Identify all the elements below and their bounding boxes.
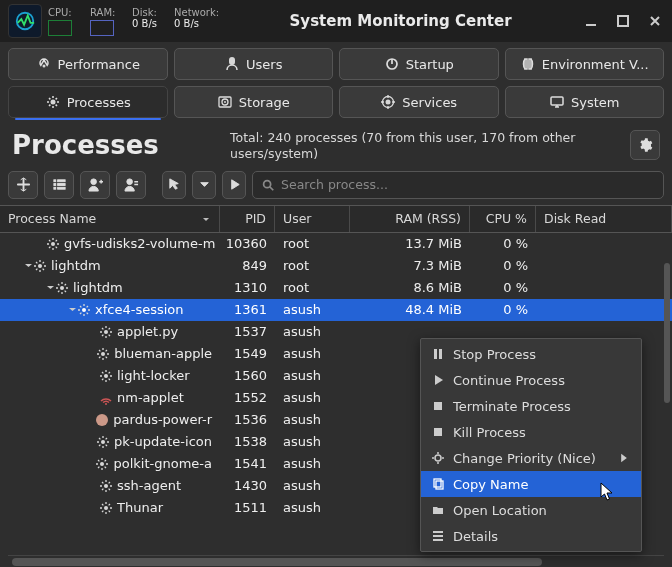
pid-cell: 1361 [220, 299, 275, 321]
svg-point-26 [101, 352, 105, 356]
pid-cell: 1430 [220, 475, 275, 497]
process-icon [55, 281, 69, 295]
svg-point-23 [60, 286, 64, 290]
table-row[interactable]: xfce4-session1361asush48.4 MiB0 % [0, 299, 672, 321]
user-cell: asush [275, 431, 350, 453]
user-cell: asush [275, 409, 350, 431]
process-icon [99, 501, 113, 515]
maximize-button[interactable] [614, 12, 632, 30]
user-cell: asush [275, 365, 350, 387]
page-header: Processes Total: 240 processes (70 from … [0, 124, 672, 171]
svg-rect-34 [434, 349, 437, 359]
svg-rect-12 [53, 180, 55, 182]
pid-cell: 10360 [220, 233, 275, 255]
user-cell: asush [275, 453, 350, 475]
expand-icon[interactable] [24, 258, 33, 273]
user-cell: root [275, 233, 350, 255]
expand-icon[interactable] [68, 302, 77, 317]
svg-rect-17 [57, 187, 65, 189]
col-cpu[interactable]: CPU % [470, 206, 536, 232]
process-name: pk-update-icon [114, 434, 212, 449]
list-view-button[interactable] [44, 171, 74, 199]
table-row[interactable]: gvfs-udisks2-volume-m10360root13.7 MiB0 … [0, 233, 672, 255]
tab-processes[interactable]: Processes [8, 86, 168, 118]
svg-point-38 [435, 455, 441, 461]
table-row[interactable]: lightdm1310root8.6 MiB0 % [0, 277, 672, 299]
run-button[interactable] [222, 171, 246, 199]
search-box[interactable] [252, 171, 664, 199]
context-menu: Stop Process Continue Process Terminate … [420, 338, 642, 552]
svg-point-31 [100, 462, 104, 466]
cpu-cell: 0 % [470, 233, 536, 255]
pid-cell: 1549 [220, 343, 275, 365]
tab-users[interactable]: Users [174, 48, 334, 80]
settings-button[interactable] [630, 130, 660, 160]
cpu-cell: 0 % [470, 277, 536, 299]
minimize-button[interactable] [582, 12, 600, 30]
svg-rect-37 [434, 428, 442, 436]
pid-cell: 1310 [220, 277, 275, 299]
svg-point-32 [104, 484, 108, 488]
svg-rect-16 [53, 187, 55, 189]
ctx-change-priority[interactable]: Change Priority (Nice) [421, 445, 641, 471]
page-title: Processes [12, 130, 222, 160]
search-input[interactable] [281, 177, 655, 192]
vertical-scrollbar[interactable] [664, 263, 670, 403]
col-ram[interactable]: RAM (RSS) [350, 206, 470, 232]
tab-env[interactable]: Environment V... [505, 48, 665, 80]
process-name: lightdm [73, 280, 123, 295]
expand-button[interactable] [8, 171, 38, 199]
svg-rect-14 [53, 184, 55, 186]
process-icon [99, 479, 113, 493]
svg-point-29 [96, 414, 108, 426]
process-icon [77, 303, 91, 317]
tab-system[interactable]: System [505, 86, 665, 118]
user-all-button[interactable] [116, 171, 146, 199]
process-name: Thunar [117, 500, 163, 515]
tab-startup[interactable]: Startup [339, 48, 499, 80]
svg-point-20 [264, 180, 271, 187]
col-user[interactable]: User [275, 206, 350, 232]
process-name: ssh-agent [117, 478, 181, 493]
ctx-continue-process[interactable]: Continue Process [421, 367, 641, 393]
select-tool-button[interactable] [162, 171, 186, 199]
process-name: xfce4-session [95, 302, 184, 317]
pid-cell: 1560 [220, 365, 275, 387]
ctx-details[interactable]: Details [421, 523, 641, 549]
expand-icon[interactable] [46, 280, 55, 295]
pid-cell: 1538 [220, 431, 275, 453]
user-add-button[interactable] [80, 171, 110, 199]
table-row[interactable]: lightdm849root7.3 MiB0 % [0, 255, 672, 277]
cpu-cell: 0 % [470, 299, 536, 321]
process-icon [99, 391, 113, 405]
ctx-terminate-process[interactable]: Terminate Process [421, 393, 641, 419]
col-process-name[interactable]: Process Name [0, 206, 220, 232]
svg-point-22 [38, 264, 42, 268]
col-disk-read[interactable]: Disk Read [536, 206, 672, 232]
process-name: light-locker [117, 368, 190, 383]
tab-storage[interactable]: Storage [174, 86, 334, 118]
disk-value: 0 B/s [132, 18, 157, 29]
ram-cell: 13.7 MiB [350, 233, 470, 255]
pid-cell: 1552 [220, 387, 275, 409]
dropdown-button[interactable] [192, 171, 216, 199]
svg-point-18 [90, 179, 96, 185]
toolbar [0, 171, 672, 205]
tab-services[interactable]: Services [339, 86, 499, 118]
svg-point-2 [42, 65, 45, 68]
tab-performance[interactable]: Performance [8, 48, 168, 80]
horizontal-scrollbar[interactable] [8, 555, 664, 567]
svg-point-28 [105, 403, 107, 405]
user-cell: asush [275, 387, 350, 409]
ram-graph [90, 20, 114, 36]
tabs-row-1: PerformanceUsersStartupEnvironment V... [0, 42, 672, 80]
ram-cell: 8.6 MiB [350, 277, 470, 299]
col-pid[interactable]: PID [220, 206, 275, 232]
close-button[interactable] [646, 12, 664, 30]
process-icon [96, 435, 110, 449]
ctx-stop-process[interactable]: Stop Process [421, 341, 641, 367]
ctx-kill-process[interactable]: Kill Process [421, 419, 641, 445]
net-label: Network: [174, 7, 219, 18]
process-icon [96, 347, 110, 361]
process-icon [33, 259, 47, 273]
